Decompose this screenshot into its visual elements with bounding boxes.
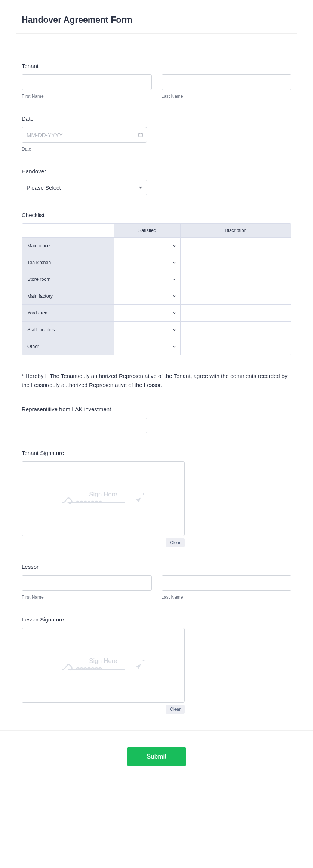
description-input[interactable] <box>181 238 291 254</box>
row-label: Tea kitchen <box>22 254 114 271</box>
col-description: Discription <box>181 224 291 238</box>
tenant-label: Tenant <box>22 63 291 69</box>
description-input[interactable] <box>181 271 291 288</box>
date-input[interactable] <box>22 127 147 143</box>
page-title: Handover Agreement Form <box>0 0 313 25</box>
lessor-sig-label: Lessor Signature <box>22 616 291 623</box>
checklist-label: Checklist <box>22 212 291 218</box>
agreement-text: * Hereby I ,The Tenant/duly authorized R… <box>22 372 291 390</box>
calendar-icon <box>138 132 143 137</box>
lessor-signature-pad[interactable]: Sign Here <box>22 628 185 703</box>
date-label: Date <box>22 115 291 122</box>
handover-label: Handover <box>22 168 291 174</box>
lessor-label: Lessor <box>22 564 291 570</box>
date-sub: Date <box>22 146 147 152</box>
submit-button[interactable]: Submit <box>127 747 186 766</box>
divider <box>16 33 297 34</box>
tenant-first-sub: First Name <box>22 94 152 99</box>
description-input[interactable] <box>181 338 291 355</box>
description-input[interactable] <box>181 288 291 304</box>
col-satisfied: Satisfied <box>114 224 181 238</box>
description-input[interactable] <box>181 254 291 271</box>
satisfied-select[interactable] <box>114 338 180 355</box>
svg-rect-0 <box>139 133 143 137</box>
satisfied-select[interactable] <box>114 288 180 304</box>
satisfied-select[interactable] <box>114 254 180 271</box>
chevron-down-icon <box>172 328 177 332</box>
chevron-down-icon <box>172 294 177 298</box>
lessor-first-sub: First Name <box>22 595 152 600</box>
tenant-last-sub: Last Name <box>162 94 292 99</box>
rep-label: Reprasentitive from LAK investment <box>22 406 291 412</box>
pen-nib-icon <box>134 660 145 671</box>
chevron-down-icon <box>172 311 177 315</box>
sign-here-text: Sign Here <box>89 657 117 665</box>
handover-select[interactable] <box>22 180 147 195</box>
satisfied-select[interactable] <box>114 238 180 254</box>
row-label: Staff facilities <box>22 322 114 338</box>
sign-here-text: Sign Here <box>89 491 117 498</box>
tenant-signature-pad[interactable]: Sign Here <box>22 461 185 536</box>
row-label: Main office <box>22 238 114 254</box>
lessor-sig-clear-button[interactable]: Clear <box>166 705 185 714</box>
chevron-down-icon <box>172 277 177 282</box>
description-input[interactable] <box>181 322 291 338</box>
row-label: Main factory <box>22 288 114 305</box>
chevron-down-icon <box>172 244 177 248</box>
lessor-last-sub: Last Name <box>162 595 292 600</box>
satisfied-select[interactable] <box>114 322 180 338</box>
pen-nib-icon <box>134 493 145 504</box>
satisfied-select[interactable] <box>114 271 180 288</box>
chevron-down-icon <box>172 260 177 265</box>
description-input[interactable] <box>181 305 291 321</box>
rep-input[interactable] <box>22 418 147 433</box>
tenant-sig-label: Tenant Signature <box>22 450 291 456</box>
checklist-table: Satisfied Discription Main office Tea ki… <box>22 223 291 355</box>
row-label: Yard area <box>22 305 114 322</box>
lessor-first-name[interactable] <box>22 575 152 591</box>
tenant-sig-clear-button[interactable]: Clear <box>166 538 185 547</box>
row-label: Other <box>22 338 114 355</box>
tenant-first-name[interactable] <box>22 74 152 90</box>
satisfied-select[interactable] <box>114 305 180 321</box>
row-label: Store room <box>22 271 114 288</box>
chevron-down-icon <box>172 344 177 349</box>
lessor-last-name[interactable] <box>162 575 292 591</box>
tenant-last-name[interactable] <box>162 74 292 90</box>
